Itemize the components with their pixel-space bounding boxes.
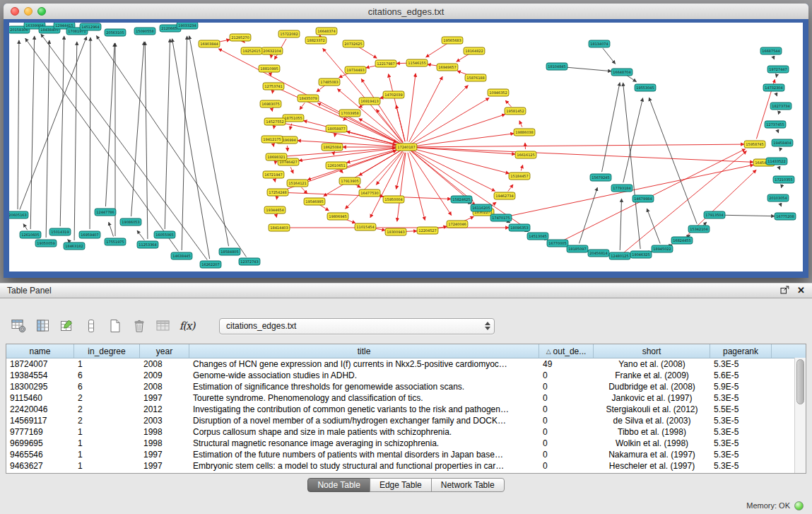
table-cell: 1998 xyxy=(140,426,189,438)
float-panel-icon[interactable] xyxy=(780,284,789,297)
tab-network-table[interactable]: Network Table xyxy=(431,478,505,492)
column-header-name[interactable]: name xyxy=(6,344,74,358)
graph-node-label: 16824455 xyxy=(673,238,690,243)
table-cell: Nakamura et al. (1997) xyxy=(594,449,710,460)
column-header-label: year xyxy=(156,346,172,356)
graph-node-label: 12480125 xyxy=(611,254,628,258)
graph-node-label: 19412175 xyxy=(263,137,281,141)
table-scrollbar[interactable] xyxy=(794,358,806,473)
node-table: namein_degreeyeartitle△out_de...shortpag… xyxy=(6,344,806,474)
graph-edge xyxy=(276,216,277,218)
table-row[interactable]: 977716911998Corpus callosum shape and si… xyxy=(6,426,806,438)
tab-node-table[interactable]: Node Table xyxy=(307,478,370,492)
table-row[interactable]: 2242004622012Investigating the contribut… xyxy=(6,404,806,415)
graph-edge xyxy=(521,165,522,170)
column-header-year[interactable]: year xyxy=(140,344,189,358)
table-row[interactable]: 1872400712008Changes of HCN gene express… xyxy=(6,358,806,370)
graph-node-label: 20605163 xyxy=(9,213,27,217)
graph-edge xyxy=(30,36,35,229)
graph-node-label: 19546995 xyxy=(305,199,323,204)
graph-edge xyxy=(776,93,777,96)
graph-node-label: 15164121 xyxy=(288,181,306,185)
table-cell: Estimation of the future numbers of pati… xyxy=(189,449,539,460)
table-row[interactable]: 1830029562008Estimation of significance … xyxy=(6,381,806,392)
graph-edge xyxy=(347,132,401,146)
memory-indicator[interactable] xyxy=(794,501,804,510)
table-row[interactable]: 946554611997Estimation of the future num… xyxy=(6,449,806,460)
column-header-pagerank[interactable]: pagerank xyxy=(710,344,772,358)
graph-edge xyxy=(579,187,597,243)
table-selector-combobox[interactable]: citations_edges.txt xyxy=(219,318,495,334)
table-cell: Embryonic stem cells: a model to study s… xyxy=(189,460,539,472)
table-row[interactable]: 1456911722003Disruption of a novel membe… xyxy=(6,415,806,426)
table-cell: 0 xyxy=(539,392,594,404)
graph-node-label: 20103054 xyxy=(769,196,787,200)
graph-edge xyxy=(317,86,325,92)
table-cell: 9699695 xyxy=(6,438,74,449)
header-filler xyxy=(772,344,806,358)
table-cell: 0 xyxy=(539,460,594,472)
scrollbar-thumb[interactable] xyxy=(796,359,804,404)
table-cell: 6 xyxy=(74,370,140,381)
graph-edge xyxy=(275,180,276,182)
table-row[interactable]: 969969511998Structural magnetic resonanc… xyxy=(6,438,806,449)
graph-node-label: 18435079 xyxy=(299,96,317,100)
import-table-icon[interactable] xyxy=(154,317,172,335)
column-header-out-de-[interactable]: △out_de... xyxy=(539,344,594,358)
combobox-arrows-icon xyxy=(485,322,490,330)
graph-edge xyxy=(779,166,780,170)
network-graph-canvas[interactable]: 1724018715876188169496571154615512217987… xyxy=(9,23,803,271)
table-row[interactable]: 911546021997Tourette syndrome. Phenomeno… xyxy=(6,392,806,404)
graph-node-label: 16721947 xyxy=(264,173,282,177)
graph-edge xyxy=(105,43,114,206)
graph-node-label: 18463182 xyxy=(65,244,83,248)
close-window-button[interactable] xyxy=(11,7,19,16)
delete-table-icon[interactable] xyxy=(130,317,148,335)
graph-edge xyxy=(776,75,777,78)
graph-node-label: 14702039 xyxy=(384,93,402,97)
graph-node-label: 12610651 xyxy=(327,163,345,168)
table-row[interactable]: 946362711997Embryonic stem cells: a mode… xyxy=(6,460,806,472)
graph-edge xyxy=(376,110,403,143)
graph-node-label: 12447786 xyxy=(96,210,114,214)
table-selector-value: citations_edges.txt xyxy=(226,321,296,331)
graph-edge xyxy=(457,54,469,62)
table-row[interactable]: 1938455462009Genome-wide association stu… xyxy=(6,370,806,381)
table-cell: 2008 xyxy=(140,358,189,370)
table-cell: 2008 xyxy=(140,381,189,392)
graph-node-label: 15876188 xyxy=(466,76,484,80)
column-header-in-degree[interactable]: in_degree xyxy=(74,344,140,358)
graph-edge xyxy=(602,83,620,172)
table-cell: 2 xyxy=(74,415,140,426)
show-columns-icon[interactable] xyxy=(34,317,52,335)
table-cell: 19384554 xyxy=(6,370,74,381)
graph-edge xyxy=(189,36,229,246)
table-cell: Disruption of a novel member of a sodium… xyxy=(189,415,539,426)
table-cell: 1 xyxy=(74,460,140,472)
window-titlebar[interactable]: citations_edges.txt xyxy=(4,4,808,20)
network-window: citations_edges.txt 17240187158761881694… xyxy=(4,4,808,278)
graph-edge xyxy=(20,37,87,210)
table-cell: 0 xyxy=(539,449,594,460)
tab-edge-table[interactable]: Edge Table xyxy=(370,478,432,492)
table-cell: 9463627 xyxy=(6,460,74,472)
close-panel-icon[interactable]: ✕ xyxy=(797,286,805,295)
graph-edge xyxy=(412,147,753,162)
graph-node-label: 16775208 xyxy=(776,214,794,218)
graph-node-label: 19553045 xyxy=(636,86,654,90)
graph-edge xyxy=(290,167,293,173)
column-header-short[interactable]: short xyxy=(594,344,710,358)
table-mode-icon[interactable] xyxy=(10,317,28,335)
function-builder-icon[interactable]: f(x) xyxy=(178,317,196,335)
graph-node-label: 17210355 xyxy=(775,177,792,182)
new-column-icon[interactable] xyxy=(58,317,76,335)
table-cell: 1997 xyxy=(140,449,189,460)
graph-edge xyxy=(412,144,744,147)
zoom-window-button[interactable] xyxy=(37,7,46,16)
graph-node-label: 14513045 xyxy=(529,234,546,238)
row-height-icon[interactable] xyxy=(82,317,100,335)
new-document-icon[interactable] xyxy=(106,317,124,335)
minimize-window-button[interactable] xyxy=(24,7,33,16)
graph-node-label: 19458404 xyxy=(773,141,791,145)
column-header-title[interactable]: title xyxy=(189,344,539,358)
